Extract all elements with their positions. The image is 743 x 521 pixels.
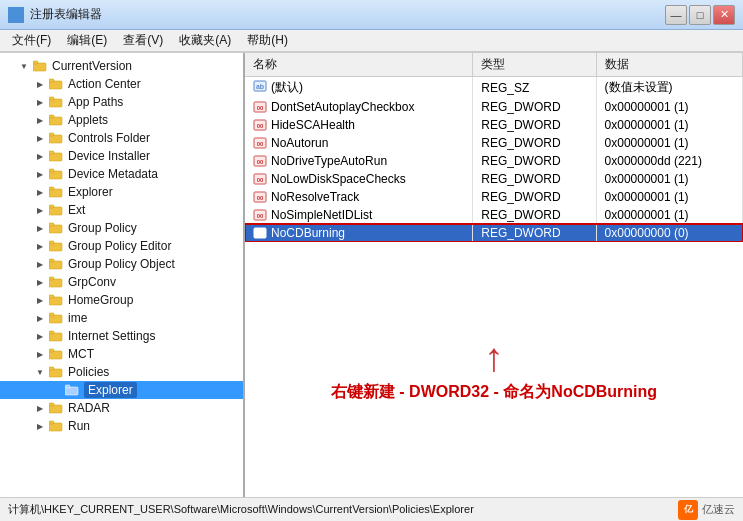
tree-item[interactable]: ▶ GrpConv bbox=[0, 273, 243, 291]
tree-expander-icon: ▶ bbox=[32, 112, 48, 128]
svg-rect-1 bbox=[17, 8, 23, 14]
reg-name-text: NoAutorun bbox=[271, 136, 328, 150]
tree-item[interactable]: ▶ ime bbox=[0, 309, 243, 327]
tree-expander-icon: ▶ bbox=[32, 130, 48, 146]
reg-name-text: NoDriveTypeAutoRun bbox=[271, 154, 387, 168]
table-row[interactable]: 00 NoResolveTrackREG_DWORD0x00000001 (1) bbox=[245, 188, 743, 206]
tree-item[interactable]: Explorer bbox=[0, 381, 243, 399]
tree-item[interactable]: ▶ RADAR bbox=[0, 399, 243, 417]
svg-rect-25 bbox=[49, 241, 54, 244]
tree-item[interactable]: ▶ Internet Settings bbox=[0, 327, 243, 345]
svg-text:00: 00 bbox=[257, 123, 264, 129]
folder-icon bbox=[48, 184, 64, 200]
svg-rect-15 bbox=[49, 151, 54, 154]
tree-item-label: Device Installer bbox=[68, 149, 150, 163]
tree-item-label: Internet Settings bbox=[68, 329, 155, 343]
window-title: 注册表编辑器 bbox=[30, 6, 665, 23]
tree-item[interactable]: ▶ Ext bbox=[0, 201, 243, 219]
reg-name-text: HideSCAHealth bbox=[271, 118, 355, 132]
table-row[interactable]: 00 NoLowDiskSpaceChecksREG_DWORD0x000000… bbox=[245, 170, 743, 188]
reg-dword-icon: 00 bbox=[253, 172, 267, 186]
tree-item[interactable]: ▶ Group Policy bbox=[0, 219, 243, 237]
svg-rect-33 bbox=[49, 313, 54, 316]
tree-expander-icon bbox=[48, 382, 64, 398]
menu-edit[interactable]: 编辑(E) bbox=[59, 30, 115, 51]
table-row[interactable]: 00 NoAutorunREG_DWORD0x00000001 (1) bbox=[245, 134, 743, 152]
reg-data-cell: 0x00000000 (0) bbox=[596, 224, 742, 242]
app-icon bbox=[8, 7, 24, 23]
tree-expander-icon: ▶ bbox=[32, 274, 48, 290]
svg-text:00: 00 bbox=[257, 231, 264, 237]
reg-name-cell: ab (默认) bbox=[245, 77, 473, 99]
tree-item-label: ime bbox=[68, 311, 87, 325]
tree-expander-icon: ▶ bbox=[32, 400, 48, 416]
folder-icon bbox=[48, 292, 64, 308]
svg-rect-37 bbox=[49, 349, 54, 352]
svg-rect-3 bbox=[17, 16, 23, 22]
folder-icon bbox=[48, 310, 64, 326]
tree-item[interactable]: ▼ Policies bbox=[0, 363, 243, 381]
reg-type-cell: REG_DWORD bbox=[473, 206, 596, 224]
menu-view[interactable]: 查看(V) bbox=[115, 30, 171, 51]
maximize-button[interactable]: □ bbox=[689, 5, 711, 25]
folder-icon bbox=[32, 58, 48, 74]
svg-rect-2 bbox=[9, 16, 15, 22]
reg-name-cell: 00 NoSimpleNetIDList bbox=[245, 206, 473, 224]
tree-item[interactable]: ▶ Device Metadata bbox=[0, 165, 243, 183]
tree-item-label: Device Metadata bbox=[68, 167, 158, 181]
tree-item[interactable]: ▶ Controls Folder bbox=[0, 129, 243, 147]
menu-file[interactable]: 文件(F) bbox=[4, 30, 59, 51]
minimize-button[interactable]: — bbox=[665, 5, 687, 25]
tree-item[interactable]: ▶ App Paths bbox=[0, 93, 243, 111]
registry-table-container[interactable]: 名称 类型 数据 ab (默认)REG_SZ(数值未设置) 00 DontSet… bbox=[245, 53, 743, 242]
table-row[interactable]: 00 NoSimpleNetIDListREG_DWORD0x00000001 … bbox=[245, 206, 743, 224]
tree-item[interactable]: ▶ Applets bbox=[0, 111, 243, 129]
table-row[interactable]: 00 NoDriveTypeAutoRunREG_DWORD0x000000dd… bbox=[245, 152, 743, 170]
tree-item[interactable]: ▶ Action Center bbox=[0, 75, 243, 93]
svg-text:00: 00 bbox=[257, 213, 264, 219]
tree-item[interactable]: ▶ Run bbox=[0, 417, 243, 435]
reg-data-cell: 0x00000001 (1) bbox=[596, 116, 742, 134]
reg-name-cell: 00 NoCDBurning bbox=[245, 224, 473, 242]
tree-expander-icon: ▼ bbox=[32, 364, 48, 380]
tree-item[interactable]: ▶ MCT bbox=[0, 345, 243, 363]
folder-icon bbox=[48, 220, 64, 236]
tree-item-label: Explorer bbox=[68, 185, 113, 199]
tree-item-label: Applets bbox=[68, 113, 108, 127]
reg-dword-icon: 00 bbox=[253, 136, 267, 150]
table-row[interactable]: 00 DontSetAutoplayCheckboxREG_DWORD0x000… bbox=[245, 98, 743, 116]
tree-expander-icon: ▶ bbox=[32, 220, 48, 236]
folder-icon bbox=[48, 112, 64, 128]
svg-rect-13 bbox=[49, 133, 54, 136]
tree-expander-icon: ▶ bbox=[32, 202, 48, 218]
table-row[interactable]: 00 HideSCAHealthREG_DWORD0x00000001 (1) bbox=[245, 116, 743, 134]
tree-panel[interactable]: ▼ CurrentVersion▶ Action Center▶ App Pat… bbox=[0, 53, 245, 497]
tree-item[interactable]: ▶ Device Installer bbox=[0, 147, 243, 165]
svg-rect-19 bbox=[49, 187, 54, 190]
reg-type-cell: REG_DWORD bbox=[473, 224, 596, 242]
reg-name-cell: 00 NoResolveTrack bbox=[245, 188, 473, 206]
folder-icon bbox=[48, 364, 64, 380]
tree-item[interactable]: ▼ CurrentVersion bbox=[0, 57, 243, 75]
svg-rect-41 bbox=[65, 385, 70, 388]
reg-name-text: NoResolveTrack bbox=[271, 190, 359, 204]
reg-dword-icon: 00 bbox=[253, 154, 267, 168]
svg-text:ab: ab bbox=[256, 83, 264, 90]
menu-favorites[interactable]: 收藏夹(A) bbox=[171, 30, 239, 51]
tree-item[interactable]: ▶ Group Policy Object bbox=[0, 255, 243, 273]
close-button[interactable]: ✕ bbox=[713, 5, 735, 25]
table-row[interactable]: ab (默认)REG_SZ(数值未设置) bbox=[245, 77, 743, 99]
svg-rect-0 bbox=[9, 8, 15, 14]
table-row[interactable]: 00 NoCDBurningREG_DWORD0x00000000 (0) bbox=[245, 224, 743, 242]
tree-item[interactable]: ▶ HomeGroup bbox=[0, 291, 243, 309]
menu-help[interactable]: 帮助(H) bbox=[239, 30, 296, 51]
watermark: 亿 亿速云 bbox=[678, 500, 735, 520]
annotation-area: ↑ 右键新建 - DWORD32 - 命名为NoCDBurning bbox=[245, 242, 743, 497]
reg-name-cell: 00 HideSCAHealth bbox=[245, 116, 473, 134]
tree-item[interactable]: ▶ Explorer bbox=[0, 183, 243, 201]
folder-icon bbox=[48, 256, 64, 272]
tree-item-label: Run bbox=[68, 419, 90, 433]
folder-icon bbox=[48, 418, 64, 434]
tree-item-label: MCT bbox=[68, 347, 94, 361]
tree-item[interactable]: ▶ Group Policy Editor bbox=[0, 237, 243, 255]
